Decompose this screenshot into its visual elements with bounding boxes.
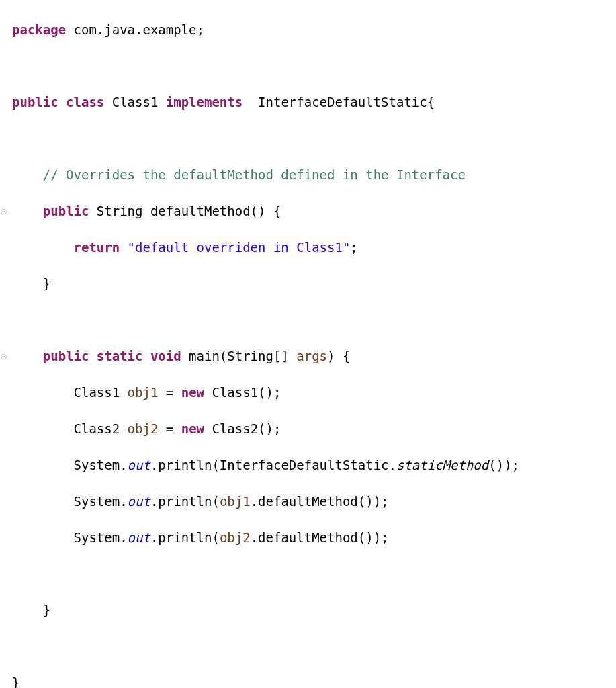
keyword-public: public <box>12 95 58 110</box>
text: .defaultMethod()); <box>251 494 389 509</box>
code-line: System.out.println(InterfaceDefaultStati… <box>0 456 616 474</box>
local-var: obj1 <box>128 385 159 400</box>
text: System. <box>12 530 128 545</box>
interface-ref: InterfaceDefaultStatic{ <box>243 95 435 110</box>
brace: } <box>12 276 50 291</box>
text: = <box>158 385 181 400</box>
keyword-class: class <box>58 95 105 110</box>
brace: } <box>12 675 19 688</box>
keyword-return: return <box>12 240 120 255</box>
keyword-new: new <box>181 421 204 436</box>
code-line-blank <box>0 565 616 583</box>
keyword-void: void <box>142 349 181 363</box>
code-line-blank <box>0 311 616 329</box>
code-line: } <box>0 275 616 293</box>
param: args <box>296 349 327 363</box>
comment: // Overrides the defaultMethod defined i… <box>12 167 466 182</box>
code-line: return "default overriden in Class1"; <box>0 239 616 257</box>
keyword-new: new <box>181 385 204 400</box>
code-line: public String defaultMethod() { <box>0 202 616 220</box>
local-var: obj2 <box>220 530 251 545</box>
code-line: public static void main(String[] args) { <box>0 347 616 366</box>
keyword-public: public <box>12 349 89 363</box>
text: System. <box>12 458 128 472</box>
code-line: package com.java.example; <box>0 21 616 39</box>
package-name: com.java.example; <box>66 22 204 37</box>
local-var: obj1 <box>220 494 251 509</box>
code-line-comment: // Overrides the defaultMethod defined i… <box>0 166 616 184</box>
static-field: out <box>128 458 150 472</box>
brace: } <box>12 603 50 617</box>
keyword-public: public <box>12 204 89 218</box>
text: ()); <box>488 458 519 472</box>
code-line: } <box>0 601 616 619</box>
code-line: } <box>0 674 616 688</box>
code-line-blank <box>0 130 616 148</box>
code-line-blank <box>0 57 616 75</box>
keyword-static: static <box>89 349 142 363</box>
code-line: Class2 obj2 = new Class2(); <box>0 420 616 438</box>
keyword-implements: implements <box>166 95 243 110</box>
text: = <box>158 421 181 436</box>
code-line-blank <box>0 638 616 656</box>
text: System. <box>12 494 128 509</box>
code-line: public class Class1 implements Interface… <box>0 93 616 112</box>
text: Class2 <box>12 421 128 436</box>
static-field: out <box>128 494 150 509</box>
method-signature: main(String[] <box>181 349 297 363</box>
text: .defaultMethod()); <box>251 530 389 545</box>
text: Class1 <box>12 385 128 400</box>
code-editor[interactable]: package com.java.example; public class C… <box>0 0 616 688</box>
static-field: out <box>128 530 150 545</box>
text: .println( <box>150 530 220 545</box>
code-line: System.out.println(obj2.defaultMethod())… <box>0 529 616 547</box>
text: Class2(); <box>204 421 281 436</box>
punct: ; <box>350 240 357 255</box>
text: .println(InterfaceDefaultStatic. <box>150 458 396 472</box>
local-var: obj2 <box>128 421 159 436</box>
method-signature: defaultMethod() { <box>150 204 281 218</box>
code-line: System.out.println(obj1.defaultMethod())… <box>0 492 616 511</box>
string-literal: "default overriden in Class1" <box>120 240 350 255</box>
static-method-call: staticMethod <box>396 458 488 472</box>
code-line: Class1 obj1 = new Class1(); <box>0 384 616 402</box>
fold-toggle-icon[interactable] <box>0 353 7 360</box>
punct: ) { <box>327 349 350 363</box>
fold-toggle-icon[interactable] <box>0 208 7 215</box>
text: Class1(); <box>204 385 281 400</box>
return-type: String <box>89 204 150 218</box>
keyword-package: package <box>12 22 66 37</box>
text: .println( <box>150 494 220 509</box>
class-name: Class1 <box>104 95 166 110</box>
